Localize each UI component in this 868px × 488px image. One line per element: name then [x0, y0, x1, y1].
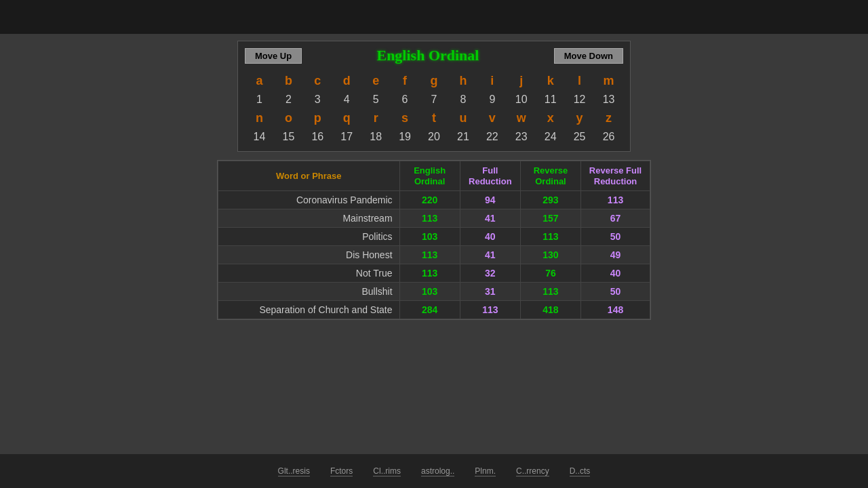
bottom-nav-item[interactable]: astrolog..: [421, 466, 454, 476]
num-21: 21: [448, 128, 477, 146]
col-header-full-red: Full Reduction: [460, 161, 520, 191]
chart-header: Move Up English Ordinal Move Down: [245, 47, 623, 64]
cell-phrase: Not True: [218, 264, 400, 283]
cell-rev-full-red: 49: [581, 246, 650, 264]
num-9: 9: [477, 91, 507, 108]
cell-phrase: Bullshit: [218, 283, 400, 301]
alphabet-grid-row1-letters: abcdefghijklm: [245, 71, 623, 91]
cell-eng-ord: 284: [399, 301, 460, 319]
letter-e: e: [361, 71, 391, 91]
num-8: 8: [448, 91, 477, 108]
num-19: 19: [391, 128, 420, 146]
num-23: 23: [507, 128, 536, 146]
num-20: 20: [420, 128, 449, 146]
letter-h: h: [448, 71, 477, 91]
num-7: 7: [420, 91, 449, 108]
table-row: Bullshit1033111350: [218, 283, 650, 301]
num-16: 16: [303, 128, 332, 146]
letter-k: k: [536, 71, 565, 91]
letter-r: r: [361, 108, 391, 128]
letter-v: v: [477, 108, 507, 128]
letter-a: a: [245, 71, 274, 91]
bottom-nav-item[interactable]: Plnm.: [475, 466, 496, 476]
letter-n: n: [245, 108, 274, 128]
bottom-nav-item[interactable]: Fctors: [330, 466, 353, 476]
letter-t: t: [420, 108, 449, 128]
bottom-nav-item[interactable]: Glt..resis: [278, 466, 310, 476]
cell-rev-ord: 157: [520, 209, 580, 228]
num-3: 3: [303, 91, 332, 108]
cell-full-red: 94: [460, 191, 520, 209]
cell-rev-ord: 113: [520, 283, 580, 301]
letter-l: l: [565, 71, 594, 91]
letter-m: m: [594, 71, 623, 91]
letter-g: g: [420, 71, 449, 91]
move-down-button[interactable]: Move Down: [554, 48, 623, 64]
letter-f: f: [391, 71, 420, 91]
cell-full-red: 40: [460, 228, 520, 246]
cell-eng-ord: 113: [399, 209, 460, 228]
num-10: 10: [507, 91, 536, 108]
letter-q: q: [332, 108, 361, 128]
letter-o: o: [274, 108, 303, 128]
col-header-phrase: Word or Phrase: [218, 161, 400, 191]
cell-eng-ord: 113: [399, 246, 460, 264]
table-row: Separation of Church and State2841134181…: [218, 301, 650, 319]
cell-rev-full-red: 148: [581, 301, 650, 319]
num-17: 17: [332, 128, 361, 146]
num-14: 14: [245, 128, 274, 146]
num-11: 11: [536, 91, 565, 108]
letter-x: x: [536, 108, 565, 128]
col-header-rev-ord: Reverse Ordinal: [520, 161, 580, 191]
col-header-rev-full: Reverse Full Reduction: [581, 161, 650, 191]
cell-full-red: 41: [460, 246, 520, 264]
letter-i: i: [477, 71, 507, 91]
num-5: 5: [361, 91, 391, 108]
letter-w: w: [507, 108, 536, 128]
num-26: 26: [594, 128, 623, 146]
cell-full-red: 41: [460, 209, 520, 228]
cell-rev-full-red: 50: [581, 228, 650, 246]
letter-p: p: [303, 108, 332, 128]
letter-u: u: [448, 108, 477, 128]
letter-d: d: [332, 71, 361, 91]
cell-rev-full-red: 50: [581, 283, 650, 301]
table-row: Dis Honest1134113049: [218, 246, 650, 264]
table-row: Mainstream1134115767: [218, 209, 650, 228]
cell-phrase: Coronavirus Pandemic: [218, 191, 400, 209]
num-4: 4: [332, 91, 361, 108]
results-table: Word or Phrase English Ordinal Full Redu…: [218, 161, 650, 319]
cell-eng-ord: 113: [399, 264, 460, 283]
bottom-nav-item[interactable]: Cl..rims: [373, 466, 401, 476]
cell-eng-ord: 220: [399, 191, 460, 209]
chart-container: Move Up English Ordinal Move Down abcdef…: [237, 41, 631, 152]
bottom-nav-item[interactable]: D..cts: [570, 466, 591, 476]
cell-rev-full-red: 67: [581, 209, 650, 228]
letter-c: c: [303, 71, 332, 91]
move-up-button[interactable]: Move Up: [245, 48, 302, 64]
cell-full-red: 31: [460, 283, 520, 301]
cell-rev-ord: 113: [520, 228, 580, 246]
cell-full-red: 32: [460, 264, 520, 283]
letter-b: b: [274, 71, 303, 91]
num-12: 12: [565, 91, 594, 108]
bottom-bar: Glt..resisFctorsCl..rimsastrolog..Plnm.C…: [0, 454, 868, 488]
num-24: 24: [536, 128, 565, 146]
bottom-nav-item[interactable]: C..rrency: [516, 466, 549, 476]
num-6: 6: [391, 91, 420, 108]
num-18: 18: [361, 128, 391, 146]
table-row: Politics1034011350: [218, 228, 650, 246]
col-header-eng-ord: English Ordinal: [399, 161, 460, 191]
chart-title: English Ordinal: [376, 47, 479, 64]
alphabet-grid-row1-nums: 12345678910111213: [245, 91, 623, 108]
num-22: 22: [477, 128, 507, 146]
cell-rev-ord: 130: [520, 246, 580, 264]
table-row: Coronavirus Pandemic22094293113: [218, 191, 650, 209]
cell-phrase: Mainstream: [218, 209, 400, 228]
cell-rev-ord: 293: [520, 191, 580, 209]
num-13: 13: [594, 91, 623, 108]
letter-j: j: [507, 71, 536, 91]
top-bar: [0, 0, 868, 34]
cell-rev-full-red: 113: [581, 191, 650, 209]
alphabet-grid-row2-nums: 14151617181920212223242526: [245, 128, 623, 146]
